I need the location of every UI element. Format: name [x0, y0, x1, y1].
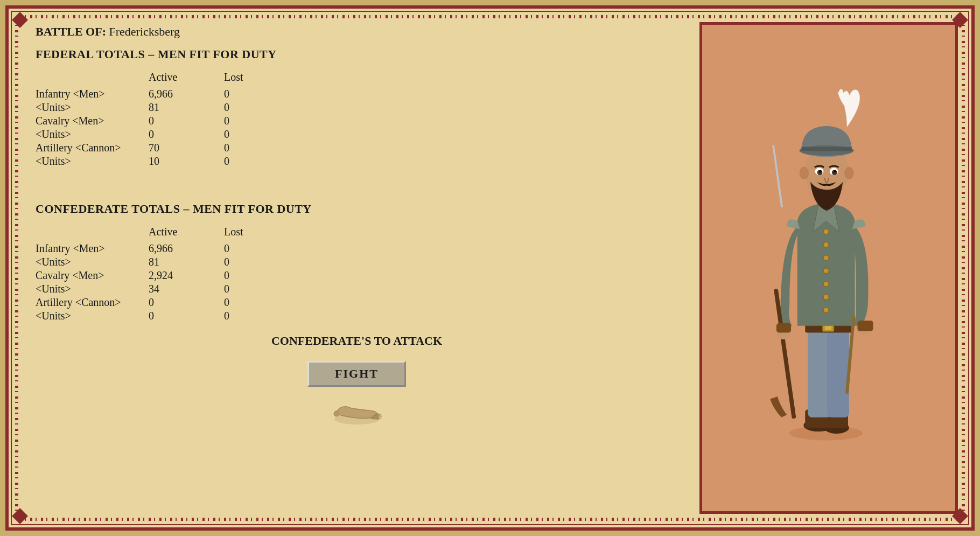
deco-border-right	[962, 19, 965, 517]
federal-row-4-lost: 0	[197, 142, 229, 154]
svg-point-17	[823, 268, 829, 274]
svg-point-18	[823, 281, 829, 287]
confederate-row-1-active: 81	[143, 256, 197, 268]
confederate-row-5-label: <Units>	[36, 310, 143, 322]
federal-row-5-label: <Units>	[36, 155, 143, 168]
fight-button[interactable]: FIGHT	[307, 361, 406, 387]
fight-button-container: FIGHT	[36, 361, 678, 387]
federal-row-1-lost: 0	[197, 101, 229, 114]
attacker-label: CONFEDERATE'S TO ATTACK	[36, 334, 678, 348]
federal-row-3-active: 0	[143, 128, 197, 141]
federal-row-2-label: Cavalry <Men>	[36, 115, 143, 127]
svg-point-33	[834, 170, 836, 172]
federal-row-5-active: 10	[143, 155, 197, 168]
confederate-row-3-label: <Units>	[36, 283, 143, 295]
confederate-row-3-lost: 0	[197, 283, 229, 295]
confederate-row-4-label: Artillery <Cannon>	[36, 296, 143, 309]
battle-title-label: BATTLE OF:	[36, 25, 106, 38]
section-divider	[36, 179, 678, 191]
confederate-row-2-active: 2,924	[143, 269, 197, 282]
confederate-row-2-label: Cavalry <Men>	[36, 269, 143, 282]
federal-row-0: Infantry <Men> 6,966 0	[36, 88, 678, 100]
horn-area	[36, 398, 678, 427]
federal-rows: Infantry <Men> 6,966 0 <Units> 81 0 Cava…	[36, 88, 678, 169]
federal-row-2-lost: 0	[197, 115, 229, 127]
federal-row-3-label: <Units>	[36, 128, 143, 141]
confederate-row-4-active: 0	[143, 296, 197, 309]
svg-point-14	[823, 229, 829, 234]
federal-row-0-lost: 0	[197, 88, 229, 100]
federal-row-1-label: <Units>	[36, 101, 143, 114]
federal-header: FEDERAL TOTALS – MEN FIT FOR DUTY	[36, 47, 678, 61]
deco-border-bottom	[19, 518, 961, 521]
federal-col-headers: Active Lost	[36, 71, 678, 83]
federal-row-4-active: 70	[143, 142, 197, 154]
federal-row-3: <Units> 0 0	[36, 128, 678, 141]
svg-point-19	[823, 294, 829, 300]
confederate-row-5-lost: 0	[197, 310, 229, 322]
federal-active-header: Active	[143, 71, 197, 83]
confederate-rows: Infantry <Men> 6,966 0 <Units> 81 0 Cava…	[36, 242, 678, 323]
confederate-row-5: <Units> 0 0	[36, 310, 678, 322]
federal-row-2-active: 0	[143, 115, 197, 127]
main-container: BATTLE OF: Fredericksberg FEDERAL TOTALS…	[5, 5, 975, 531]
confederate-header: CONFEDERATE TOTALS – MEN FIT FOR DUTY	[36, 202, 678, 216]
battle-title-value: Fredericksberg	[109, 25, 180, 38]
federal-row-5-lost: 0	[197, 155, 229, 168]
confederate-col-headers: Active Lost	[36, 226, 678, 238]
federal-row-1-active: 81	[143, 101, 197, 114]
deco-border-top	[19, 15, 961, 18]
federal-row-4: Artillery <Cannon> 70 0	[36, 142, 678, 154]
battle-title: BATTLE OF: Fredericksberg	[36, 25, 678, 39]
svg-rect-13	[824, 325, 832, 330]
svg-point-16	[823, 255, 829, 260]
confederate-row-1: <Units> 81 0	[36, 256, 678, 268]
deco-border-left	[15, 19, 18, 517]
right-panel	[699, 22, 958, 514]
federal-row-1: <Units> 81 0	[36, 101, 678, 114]
federal-row-3-lost: 0	[197, 128, 229, 141]
confederate-row-1-lost: 0	[197, 256, 229, 268]
soldier-illustration	[743, 85, 915, 451]
horn-decoration-icon	[330, 398, 384, 427]
confederate-row-3: <Units> 34 0	[36, 283, 678, 295]
confederate-row-0: Infantry <Men> 6,966 0	[36, 242, 678, 255]
svg-point-1	[334, 411, 339, 416]
confederate-row-0-active: 6,966	[143, 242, 197, 255]
federal-row-0-label: Infantry <Men>	[36, 88, 143, 100]
federal-row-5: <Units> 10 0	[36, 155, 678, 168]
confederate-row-2-lost: 0	[197, 269, 229, 282]
svg-point-20	[823, 307, 829, 312]
confederate-row-4: Artillery <Cannon> 0 0	[36, 296, 678, 309]
svg-point-34	[800, 166, 809, 179]
federal-row-4-label: Artillery <Cannon>	[36, 142, 143, 154]
svg-rect-10	[827, 325, 849, 417]
svg-point-32	[819, 170, 822, 172]
confederate-row-5-active: 0	[143, 310, 197, 322]
svg-rect-39	[857, 321, 873, 331]
confederate-row-4-lost: 0	[197, 296, 229, 309]
confederate-active-header: Active	[143, 226, 197, 238]
svg-rect-40	[776, 323, 791, 332]
confederate-row-0-lost: 0	[197, 242, 229, 255]
svg-rect-38	[801, 147, 851, 151]
federal-row-0-active: 6,966	[143, 88, 197, 100]
svg-point-15	[823, 242, 829, 247]
svg-point-35	[844, 166, 853, 179]
confederate-row-1-label: <Units>	[36, 256, 143, 268]
confederate-lost-header: Lost	[197, 226, 262, 238]
federal-lost-header: Lost	[197, 71, 262, 83]
left-panel: BATTLE OF: Fredericksberg FEDERAL TOTALS…	[9, 9, 699, 527]
confederate-row-2: Cavalry <Men> 2,924 0	[36, 269, 678, 282]
confederate-row-0-label: Infantry <Men>	[36, 242, 143, 255]
federal-row-2: Cavalry <Men> 0 0	[36, 115, 678, 127]
confederate-row-3-active: 34	[143, 283, 197, 295]
